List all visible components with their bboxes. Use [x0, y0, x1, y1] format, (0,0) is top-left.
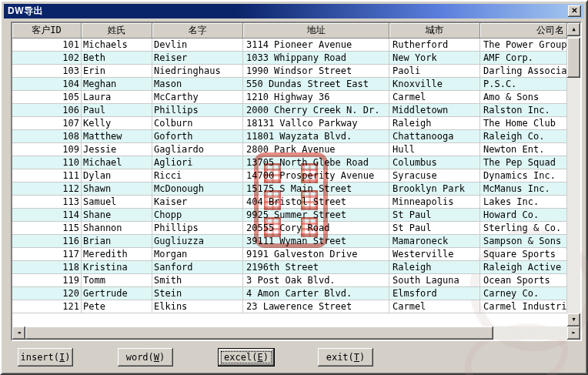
insert-button[interactable]: insert(I)	[18, 348, 73, 367]
cell: St Paul	[389, 222, 480, 235]
data-grid[interactable]: 客户ID 姓氏 名字 地址 城市 公司名 101MichaelsDevlin31…	[11, 22, 582, 341]
cell: McManus Inc.	[480, 182, 567, 196]
vertical-scroll-thumb[interactable]	[567, 38, 580, 78]
scroll-up-button[interactable]: ▲	[567, 23, 580, 36]
column-header-first-name[interactable]: 名字	[152, 23, 243, 39]
cell: McDonough	[152, 182, 243, 196]
insert-button-label: insert	[20, 352, 53, 363]
table-row[interactable]: 105LauraMcCarthy1210 Highway 36CarmelAmo…	[12, 91, 567, 104]
cell: Kaiser	[152, 196, 243, 209]
exit-mnemonic: T	[354, 352, 359, 363]
cell: Gagliardo	[152, 143, 243, 156]
cell: Shawn	[82, 182, 152, 196]
cell: Samuel	[82, 196, 152, 209]
scroll-down-button[interactable]: ▼	[567, 313, 580, 326]
cell: Brooklyn Park	[389, 182, 480, 196]
cell: 102	[12, 52, 82, 65]
cell: St Paul	[389, 209, 480, 222]
arrow-right-icon: ►	[572, 330, 575, 336]
table-row[interactable]: 116BrianGugliuzza39111 Wyman StreetMamar…	[12, 235, 567, 248]
cell: Agliori	[152, 156, 243, 169]
cell: Sampson & Sons	[480, 235, 567, 248]
cell: 108	[12, 130, 82, 143]
cell: 3 Post Oak Blvd.	[243, 274, 389, 287]
cell: 11801 Wayzata Blvd.	[243, 130, 389, 143]
column-header-address[interactable]: 地址	[243, 23, 389, 39]
table-row[interactable]: 104MeghanMason550 Dundas Street EastKnox…	[12, 78, 567, 91]
column-header-last-name[interactable]: 姓氏	[82, 23, 152, 39]
table-row[interactable]: 113SamuelKaiser404 Bristol StreetMinneap…	[12, 196, 567, 209]
cell: 2196th Street	[243, 261, 389, 274]
cell: Ocean Sports	[480, 274, 567, 287]
cell: Carmel	[389, 91, 480, 104]
exit-button[interactable]: exit(T)	[318, 348, 373, 367]
word-button[interactable]: word(W)	[118, 348, 173, 367]
cell: Kelly	[82, 117, 152, 130]
cell: Stein	[152, 287, 243, 300]
table-row[interactable]: 121PeteElkins23 Lawerence StreetCarmelCa…	[12, 300, 567, 313]
close-button[interactable]: ✕	[568, 5, 581, 17]
table-row[interactable]: 112ShawnMcDonough15175 S Main StreetBroo…	[12, 182, 567, 196]
cell: 2800 Park Avenue	[243, 143, 389, 156]
scroll-left-button[interactable]: ◄	[12, 326, 25, 340]
cell: 107	[12, 117, 82, 130]
table-row[interactable]: 107KellyColburn18131 Vallco ParkwayRalei…	[12, 117, 567, 130]
horizontal-scrollbar[interactable]: ◄ ►	[12, 326, 580, 340]
cell: Darling Associat	[480, 65, 567, 78]
horizontal-scroll-thumb[interactable]	[25, 326, 493, 340]
cell: 1033 Whippany Road	[243, 52, 389, 65]
table-row[interactable]: 109JessieGagliardo2800 Park AvenueHullNe…	[12, 143, 567, 156]
column-header-company[interactable]: 公司名	[480, 23, 567, 39]
cell: Raleigh Active W	[480, 261, 567, 274]
window-title: DW导出	[4, 5, 43, 18]
cell: 109	[12, 143, 82, 156]
cell: South Laguna	[389, 274, 480, 287]
table-row[interactable]: 120GertrudeStein4 Amon Carter Blvd.Elmsf…	[12, 287, 567, 300]
table-row[interactable]: 106PaulPhillips2000 Cherry Creek N. Dr.M…	[12, 104, 567, 117]
cell: 111	[12, 169, 82, 182]
excel-button[interactable]: excel(E)	[218, 348, 275, 367]
vertical-scrollbar[interactable]: ▲ ▼	[567, 23, 580, 326]
title-bar[interactable]: DW导出 ✕	[4, 4, 584, 18]
cell: Phillips	[152, 222, 243, 235]
cell: 23 Lawerence Street	[243, 300, 389, 313]
cell: 18131 Vallco Parkway	[243, 117, 389, 130]
table-row[interactable]: 119TommSmith3 Post Oak Blvd.South Laguna…	[12, 274, 567, 287]
table-row[interactable]: 103ErinNiedringhaus1990 Windsor StreetPa…	[12, 65, 567, 78]
table-row[interactable]: 115ShannonPhillips20555 Cory RoadSt Paul…	[12, 222, 567, 235]
cell: Lakes Inc.	[480, 196, 567, 209]
cell: New York	[389, 52, 480, 65]
table-row[interactable]: 110MichaelAgliori13705 North Glebe RoadC…	[12, 156, 567, 169]
arrow-down-icon: ▼	[572, 316, 575, 323]
cell: Devlin	[152, 39, 243, 52]
cell: Smith	[152, 274, 243, 287]
cell: Raleigh	[389, 261, 480, 274]
cell: 113	[12, 196, 82, 209]
cell: Hull	[389, 143, 480, 156]
cell: 103	[12, 65, 82, 78]
cell: Phillips	[152, 104, 243, 117]
table-row[interactable]: 114ShaneChopp9925 Summer StreetSt PaulHo…	[12, 209, 567, 222]
cell: Reiser	[152, 52, 243, 65]
arrow-left-icon: ◄	[17, 330, 20, 336]
column-header-customer-id[interactable]: 客户ID	[12, 23, 82, 39]
cell: Middletown	[389, 104, 480, 117]
table-row[interactable]: 102BethReiser1033 Whippany RoadNew YorkA…	[12, 52, 567, 65]
cell: Rutherford	[389, 39, 480, 52]
word-button-label: word	[126, 352, 149, 363]
cell: 9925 Summer Street	[243, 209, 389, 222]
table-row[interactable]: 117MeredithMorgan9191 Galveston DriveWes…	[12, 248, 567, 261]
cell: 110	[12, 156, 82, 169]
cell: Michaels	[82, 39, 152, 52]
cell: Kristina	[82, 261, 152, 274]
cell: 550 Dundas Street East	[243, 78, 389, 91]
cell: Morgan	[152, 248, 243, 261]
scroll-right-button[interactable]: ►	[567, 326, 580, 340]
column-header-city[interactable]: 城市	[389, 23, 480, 39]
table-row[interactable]: 111DylanRicci14700 Prosperity AvenueSyra…	[12, 169, 567, 182]
cell: 3114 Pioneer Avenue	[243, 39, 389, 52]
table-row[interactable]: 108MatthewGoforth11801 Wayzata Blvd.Chat…	[12, 130, 567, 143]
cell: Laura	[82, 91, 152, 104]
table-row[interactable]: 118KristinaSanford2196th StreetRaleighRa…	[12, 261, 567, 274]
table-row[interactable]: 101MichaelsDevlin3114 Pioneer AvenueRuth…	[12, 39, 567, 52]
